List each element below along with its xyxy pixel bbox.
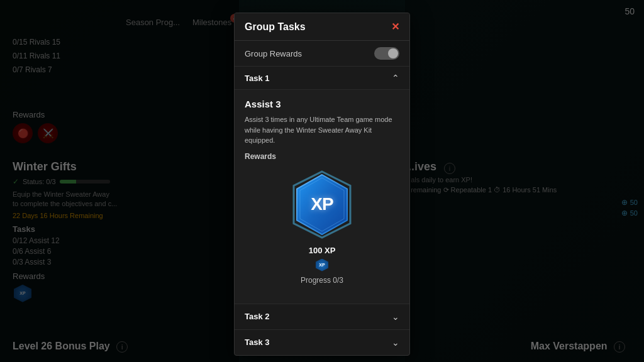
- task1-label: Task 1: [245, 74, 270, 83]
- modal-title: Group Tasks: [245, 21, 306, 33]
- xp-amount: 100 XP: [309, 246, 336, 255]
- task1-content-desc: Assist 3 times in any Ultimate Team game…: [245, 114, 399, 146]
- group-rewards-toggle[interactable]: [374, 47, 399, 60]
- task1-chevron-up-icon: ⌃: [392, 73, 399, 83]
- task1-rewards-label: Rewards: [245, 152, 399, 161]
- progress-text: Progress 0/3: [301, 276, 343, 285]
- modal-header: Group Tasks ✕: [235, 13, 409, 41]
- modal-overlay: Group Tasks ✕ Group Rewards Task 1 ⌃ Ass…: [0, 0, 644, 362]
- xp-hex-container: XP 100 XP XP Progress 0/3: [245, 168, 399, 285]
- progress-hex-icon: XP: [316, 259, 328, 272]
- task2-row[interactable]: Task 2 ⌄: [235, 304, 409, 330]
- task1-row[interactable]: Task 1 ⌃: [235, 67, 409, 90]
- group-tasks-modal: Group Tasks ✕ Group Rewards Task 1 ⌃ Ass…: [234, 13, 410, 356]
- task3-row[interactable]: Task 3 ⌄: [235, 330, 409, 355]
- modal-close-button[interactable]: ✕: [391, 21, 399, 33]
- task2-label: Task 2: [245, 312, 270, 321]
- task1-content: Assist 3 Assist 3 times in any Ultimate …: [235, 90, 409, 304]
- toggle-knob: [388, 48, 398, 58]
- task1-content-title: Assist 3: [245, 99, 399, 109]
- xp-hexagon: XP: [291, 168, 353, 241]
- xp-hex-label: XP: [291, 168, 353, 241]
- group-rewards-label: Group Rewards: [245, 49, 302, 58]
- group-rewards-row: Group Rewards: [235, 41, 409, 67]
- task3-label: Task 3: [245, 337, 270, 347]
- task2-chevron-down-icon: ⌄: [392, 312, 399, 322]
- task3-chevron-down-icon: ⌄: [392, 337, 399, 348]
